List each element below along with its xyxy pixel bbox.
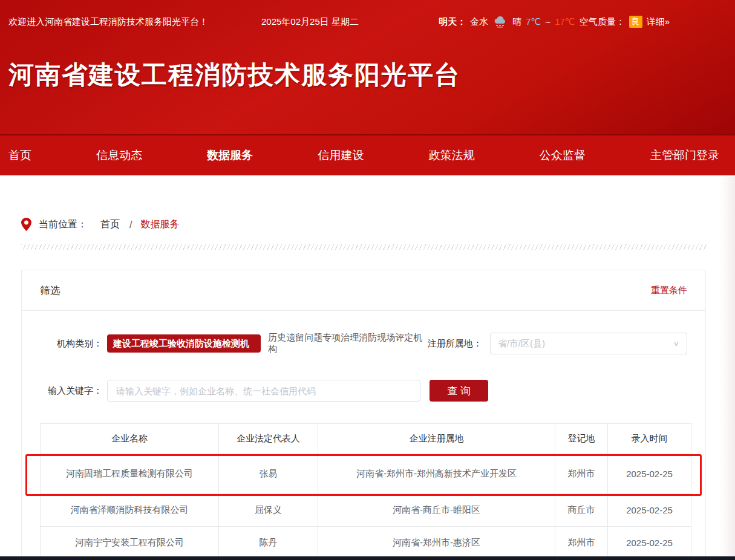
filter-panel-body: 机构类别： 建设工程竣工验收消防设施检测机构 历史遗留问题专项治理消防现场评定机… <box>22 311 705 559</box>
location-pin-icon <box>21 218 31 232</box>
temp-separator: ~ <box>545 17 550 27</box>
region-filter-group: 注册所属地： 省/市/区(县) ∨ <box>428 333 687 354</box>
site-header: 欢迎进入河南省建设工程消防技术服务阳光平台！ 2025年02月25日 星期二 明… <box>0 0 735 134</box>
hatch-divider <box>21 244 707 250</box>
filter-panel: 筛选 重置条件 机构类别： 建设工程竣工验收消防设施检测机构 历史遗留问题专项治… <box>21 270 706 560</box>
breadcrumb: 当前位置： 首页 / 数据服务 <box>21 218 735 232</box>
cell-company-name: 河南省泽顺消防科技有限公司 <box>41 494 219 527</box>
cell-legal-rep: 屈保义 <box>219 494 318 527</box>
keyword-filter-row: 输入关键字： 查 询 <box>40 380 687 402</box>
welcome-text: 欢迎进入河南省建设工程消防技术服务阳光平台！ <box>8 16 208 28</box>
page-title: 河南省建设工程消防技术服务阳光平台 <box>8 58 735 92</box>
cell-company-name: 河南宇宁安装工程有限公司 <box>41 527 219 559</box>
col-legal-rep: 企业法定代表人 <box>219 424 318 454</box>
category-option-selected[interactable]: 建设工程竣工验收消防设施检测机构 <box>107 334 261 353</box>
reset-filters-link[interactable]: 重置条件 <box>651 285 687 296</box>
footer-bar <box>0 556 735 560</box>
nav-item-policy[interactable]: 政策法规 <box>429 148 475 163</box>
nav-item-data-service[interactable]: 数据服务 <box>207 148 253 163</box>
weather-condition: 晴 <box>512 16 521 28</box>
col-registration-place: 登记地 <box>555 424 608 454</box>
filter-panel-header: 筛选 重置条件 <box>22 270 705 311</box>
current-date: 2025年02月25日 星期二 <box>261 16 359 28</box>
breadcrumb-home-link[interactable]: 首页 <box>100 218 120 231</box>
breadcrumb-label: 当前位置： <box>39 218 87 231</box>
cell-legal-rep: 张易 <box>219 454 318 494</box>
cell-legal-rep: 陈丹 <box>219 527 318 559</box>
cell-registered-address: 河南省-郑州市-郑州高新技术产业开发区 <box>318 454 555 494</box>
cell-registered-address: 河南省-郑州市-惠济区 <box>318 527 555 559</box>
category-label: 机构类别： <box>40 338 102 350</box>
company-table: 企业名称 企业法定代表人 企业注册属地 登记地 录入时间 河南固瑞工程质量检测有… <box>40 423 691 559</box>
cell-registration-place: 郑州市 <box>555 527 608 559</box>
region-select[interactable]: 省/市/区(县) ∨ <box>490 333 687 354</box>
nav-item-home[interactable]: 首页 <box>8 148 31 163</box>
nav-item-supervision[interactable]: 公众监督 <box>540 148 586 163</box>
weather-detail-link[interactable]: 详细» <box>647 16 670 28</box>
cell-entry-date: 2025-02-25 <box>608 527 691 559</box>
cell-entry-date: 2025-02-25 <box>608 494 691 527</box>
temp-high: 17℃ <box>555 16 575 27</box>
region-label: 注册所属地： <box>428 338 482 350</box>
chevron-down-icon: ∨ <box>673 340 679 348</box>
air-quality-label: 空气质量： <box>580 16 625 28</box>
cell-company-name: 河南固瑞工程质量检测有限公司 <box>41 454 219 494</box>
weather-district[interactable]: 金水 <box>470 16 488 28</box>
filter-title: 筛选 <box>40 284 60 298</box>
weather-widget: 明天： 金水 晴 7℃ ~ 17℃ 空气质量： 良 详细» <box>439 16 670 28</box>
search-button[interactable]: 查 询 <box>430 380 488 402</box>
col-company-name: 企业名称 <box>41 424 219 454</box>
cell-registration-place: 郑州市 <box>555 454 608 494</box>
tomorrow-label: 明天： <box>439 16 466 28</box>
cell-registered-address: 河南省-商丘市-睢阳区 <box>318 494 555 527</box>
main-nav: 首页 信息动态 数据服务 信用建设 政策法规 公众监督 主管部门登录 <box>0 134 735 175</box>
table-row[interactable]: 河南宇宁安装工程有限公司 陈丹 河南省-郑州市-惠济区 郑州市 2025-02-… <box>41 527 691 559</box>
table-header-row: 企业名称 企业法定代表人 企业注册属地 登记地 录入时间 <box>41 424 691 454</box>
category-filter-row: 机构类别： 建设工程竣工验收消防设施检测机构 历史遗留问题专项治理消防现场评定机… <box>40 332 687 355</box>
keyword-input[interactable] <box>107 380 420 402</box>
temp-low: 7℃ <box>526 16 541 27</box>
table-row[interactable]: 河南固瑞工程质量检测有限公司 张易 河南省-郑州市-郑州高新技术产业开发区 郑州… <box>41 454 691 494</box>
cell-registration-place: 商丘市 <box>555 494 608 527</box>
air-quality-badge: 良 <box>629 16 642 28</box>
nav-item-credit[interactable]: 信用建设 <box>318 148 364 163</box>
cell-entry-date: 2025-02-25 <box>608 454 691 494</box>
nav-item-news[interactable]: 信息动态 <box>96 148 142 163</box>
category-option-unselected[interactable]: 历史遗留问题专项治理消防现场评定机构 <box>268 332 427 355</box>
table-row[interactable]: 河南省泽顺消防科技有限公司 屈保义 河南省-商丘市-睢阳区 商丘市 2025-0… <box>41 494 691 527</box>
col-entry-date: 录入时间 <box>608 424 691 454</box>
topbar: 欢迎进入河南省建设工程消防技术服务阳光平台！ 2025年02月25日 星期二 明… <box>0 0 735 28</box>
region-select-placeholder: 省/市/区(县) <box>498 338 673 350</box>
col-registered-address: 企业注册属地 <box>318 424 555 454</box>
weather-cloud-icon <box>492 16 508 28</box>
page-right-gutter <box>720 177 735 560</box>
breadcrumb-separator: / <box>129 220 132 230</box>
breadcrumb-current[interactable]: 数据服务 <box>140 218 179 231</box>
nav-item-admin-login[interactable]: 主管部门登录 <box>650 148 719 163</box>
keyword-label: 输入关键字： <box>40 385 102 397</box>
